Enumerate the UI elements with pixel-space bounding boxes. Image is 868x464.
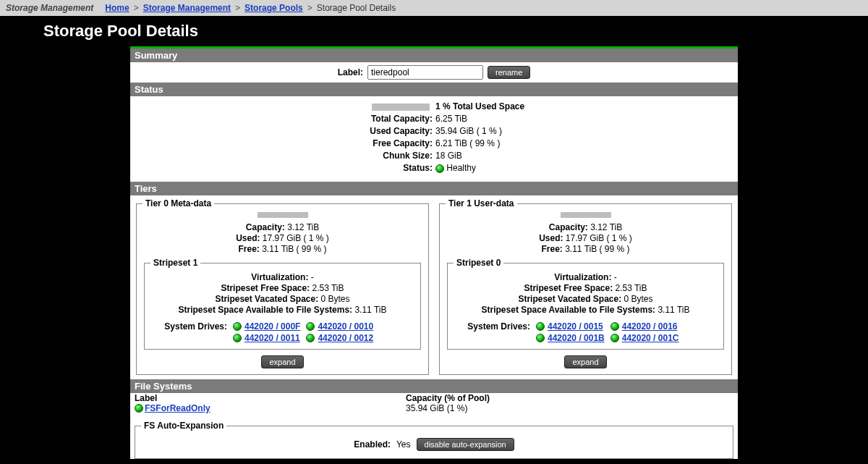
drive-status-icon bbox=[306, 334, 315, 342]
breadcrumb-sep: > bbox=[306, 3, 314, 13]
stripeset-1-drives-label: System Drives: bbox=[155, 321, 227, 332]
free-capacity-value: 6.21 TiB ( 99 % ) bbox=[435, 138, 638, 150]
tier-1-free: 3.11 TiB ( 99 % ) bbox=[565, 244, 629, 254]
tiers-header: Tiers bbox=[130, 182, 738, 195]
status-label: Status: bbox=[230, 162, 433, 174]
tier-0-used: 17.97 GiB ( 1 % ) bbox=[263, 233, 329, 243]
stripeset-1-virt-label: Virtualization: bbox=[251, 272, 308, 282]
breadcrumb-bar: Storage Management Home > Storage Manage… bbox=[0, 0, 868, 16]
label-label: Label: bbox=[338, 67, 363, 77]
app-title: Storage Management bbox=[6, 3, 93, 13]
tier-0-capacity-label: Capacity: bbox=[246, 222, 285, 232]
stripeset-0-legend: Stripeset 0 bbox=[454, 258, 503, 268]
breadcrumb-storage-pools[interactable]: Storage Pools bbox=[244, 3, 303, 13]
stripeset-1-free-label: Stripeset Free Space: bbox=[221, 283, 310, 293]
drive-link[interactable]: 442020 / 001C bbox=[622, 333, 679, 343]
tier-0-capacity: 3.12 TiB bbox=[287, 222, 319, 232]
stripeset-0-vacated-label: Stripeset Vacated Space: bbox=[518, 294, 621, 304]
stripeset-1-fieldset: Stripeset 1 Virtualization: - Stripeset … bbox=[144, 258, 421, 350]
autoexp-enabled-value: Yes bbox=[396, 439, 411, 450]
tier-1-capacity-label: Capacity: bbox=[549, 222, 588, 232]
stripeset-1-vacated-label: Stripeset Vacated Space: bbox=[215, 294, 318, 304]
used-capacity-value: 35.94 GiB ( 1 % ) bbox=[435, 125, 638, 138]
tier-0-usage-bar bbox=[258, 212, 308, 218]
tier-0-legend: Tier 0 Meta-data bbox=[142, 198, 214, 208]
stripeset-0-virt: - bbox=[614, 272, 617, 282]
used-pct-label: 1 % Total Used Space bbox=[435, 101, 524, 111]
stripeset-0-vacated: 0 Bytes bbox=[624, 294, 653, 304]
autoexp-enabled-label: Enabled: bbox=[354, 439, 391, 450]
stripeset-1-free: 2.53 TiB bbox=[312, 283, 344, 293]
drive-status-icon bbox=[536, 322, 545, 331]
breadcrumb-sep: > bbox=[234, 3, 242, 13]
total-capacity-label: Total Capacity: bbox=[230, 113, 433, 125]
drive-status-icon bbox=[233, 334, 242, 342]
filesystems-header: File Systems bbox=[130, 379, 738, 393]
stripeset-0-virt-label: Virtualization: bbox=[554, 272, 611, 282]
drive-link[interactable]: 442020 / 0011 bbox=[244, 333, 300, 343]
drive-status-icon bbox=[610, 334, 619, 342]
stripeset-0-avail-label: Stripeset Space Available to File System… bbox=[482, 305, 656, 315]
stripeset-1-avail-label: Stripeset Space Available to File System… bbox=[179, 305, 353, 315]
tier-1-capacity: 3.12 TiB bbox=[590, 222, 622, 232]
label-input[interactable] bbox=[367, 65, 483, 80]
tier-0-expand-button[interactable]: expand bbox=[261, 355, 303, 368]
chunk-size-value: 18 GiB bbox=[435, 150, 638, 162]
fs-auto-expansion-legend: FS Auto-Expansion bbox=[141, 421, 226, 431]
drive-status-icon bbox=[306, 322, 315, 331]
drive-link[interactable]: 442020 / 0015 bbox=[548, 321, 603, 332]
stripeset-0-fieldset: Stripeset 0 Virtualization: - Stripeset … bbox=[447, 258, 724, 350]
summary-body: Label: rename bbox=[130, 62, 738, 83]
tier-1-free-label: Free: bbox=[541, 244, 562, 254]
tier-0-used-label: Used: bbox=[236, 233, 260, 243]
fs-name-link[interactable]: FSForReadOnly bbox=[145, 403, 210, 413]
drive-link[interactable]: 442020 / 001B bbox=[548, 333, 605, 343]
breadcrumb-current: Storage Pool Details bbox=[317, 3, 396, 13]
fs-status-icon bbox=[135, 404, 143, 413]
tier-1-fieldset: Tier 1 User-data Capacity: 3.12 TiB Used… bbox=[439, 198, 732, 375]
stripeset-0-drives-label: System Drives: bbox=[458, 321, 530, 332]
main-panel: Summary Label: rename Status 1 % Total U… bbox=[130, 46, 738, 459]
used-space-bar bbox=[372, 104, 430, 111]
stripeset-0-free: 2.53 TiB bbox=[616, 283, 647, 293]
fs-col-capacity: Capacity (% of Pool) bbox=[406, 393, 490, 403]
tier-1-used-label: Used: bbox=[539, 233, 563, 243]
page-title: Storage Pool Details bbox=[0, 16, 868, 46]
used-capacity-label: Used Capacity: bbox=[230, 125, 433, 138]
tier-0-free-label: Free: bbox=[238, 244, 259, 254]
breadcrumb-storage-management[interactable]: Storage Management bbox=[143, 3, 231, 13]
status-body: 1 % Total Used Space Total Capacity: 6.2… bbox=[130, 96, 738, 182]
tier-1-legend: Tier 1 User-data bbox=[446, 198, 517, 208]
status-value: Healthy bbox=[446, 163, 476, 173]
disable-auto-expansion-button[interactable]: disable auto-expansion bbox=[417, 438, 514, 451]
tiers-body: Tier 0 Meta-data Capacity: 3.12 TiB Used… bbox=[130, 195, 738, 379]
fs-col-label: Label bbox=[135, 393, 406, 403]
drive-link[interactable]: 442020 / 0016 bbox=[622, 321, 678, 332]
drive-link[interactable]: 442020 / 000F bbox=[244, 321, 300, 332]
chunk-size-label: Chunk Size: bbox=[230, 150, 433, 162]
stripeset-0-avail: 3.11 TiB bbox=[658, 305, 689, 315]
stripeset-0-free-label: Stripeset Free Space: bbox=[524, 283, 613, 293]
stripeset-1-vacated: 0 Bytes bbox=[321, 294, 350, 304]
fs-capacity-value: 35.94 GiB (1 %) bbox=[406, 403, 467, 413]
tier-1-expand-button[interactable]: expand bbox=[564, 355, 606, 368]
fs-row: FSForReadOnly 35.94 GiB (1 %) bbox=[135, 403, 733, 413]
summary-header: Summary bbox=[130, 48, 738, 62]
drive-link[interactable]: 442020 / 0012 bbox=[318, 333, 373, 343]
status-health-icon bbox=[435, 164, 444, 173]
breadcrumb-sep: > bbox=[132, 3, 140, 13]
drive-status-icon bbox=[536, 334, 545, 342]
drive-status-icon bbox=[233, 322, 242, 331]
tier-0-fieldset: Tier 0 Meta-data Capacity: 3.12 TiB Used… bbox=[136, 198, 429, 375]
tier-1-used: 17.97 GiB ( 1 % ) bbox=[566, 233, 632, 243]
drive-link[interactable]: 442020 / 0010 bbox=[318, 321, 373, 332]
status-header: Status bbox=[130, 83, 738, 96]
stripeset-1-avail: 3.11 TiB bbox=[354, 305, 386, 315]
stripeset-1-virt: - bbox=[311, 272, 314, 282]
drive-status-icon bbox=[610, 322, 619, 331]
total-capacity-value: 6.25 TiB bbox=[435, 113, 638, 125]
rename-button[interactable]: rename bbox=[488, 66, 530, 79]
stripeset-1-legend: Stripeset 1 bbox=[150, 258, 200, 268]
breadcrumb-home[interactable]: Home bbox=[105, 3, 129, 13]
tier-1-usage-bar bbox=[561, 212, 611, 218]
